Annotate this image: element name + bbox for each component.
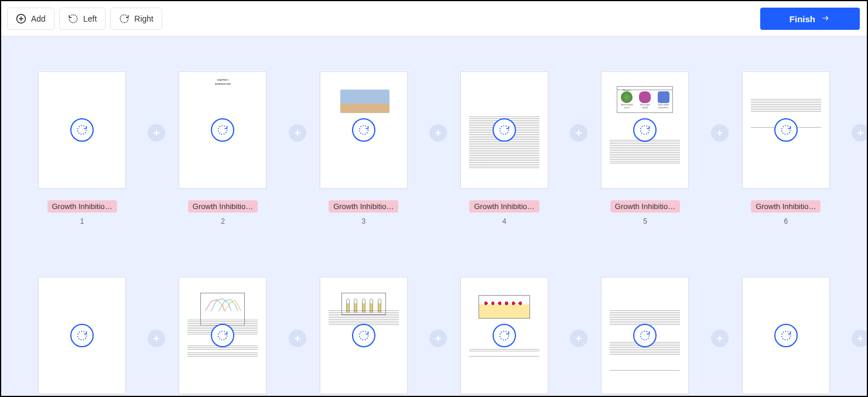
page-slot: Growth Inhibitio… 4	[434, 71, 575, 242]
doc-name-badge: Growth Inhibitio…	[610, 200, 680, 213]
page-slot	[152, 277, 293, 396]
doc-name-badge: Growth Inhibitio…	[188, 200, 258, 213]
page-thumbnail[interactable]	[38, 71, 126, 189]
page-slot: Growth Inhibitio… 3	[293, 71, 434, 242]
page-number: 5	[610, 217, 680, 225]
page-thumbnail[interactable]: CHAPTER 1 INTRODUCTION	[179, 71, 266, 189]
rotate-ccw-icon	[68, 13, 78, 24]
page-thumbnail[interactable]	[320, 71, 408, 189]
page-thumbnail[interactable]	[320, 277, 408, 394]
arrow-right-icon	[820, 14, 831, 24]
page-slot: CHAPTER 1 INTRODUCTION Growth Inhibitio……	[152, 71, 293, 242]
thumbnail-rotate-button[interactable]	[493, 118, 516, 142]
page-caption: Growth Inhibitio… 4	[469, 200, 539, 225]
thumbnail-rotate-button[interactable]	[633, 118, 657, 142]
page-number: 3	[329, 217, 398, 225]
page-number: 2	[188, 217, 258, 225]
thumbnail-rotate-button[interactable]	[70, 118, 94, 142]
page-thumbnail[interactable]	[601, 277, 689, 394]
thumbnail-rotate-button[interactable]	[70, 324, 94, 347]
finish-button[interactable]: Finish	[760, 8, 860, 30]
page-slot	[575, 277, 715, 396]
page-caption: Growth Inhibitio… 1	[47, 200, 117, 225]
pages-grid-row-2	[12, 277, 856, 396]
page-thumbnail[interactable]	[742, 277, 830, 394]
page-caption: Growth Inhibitio… 3	[329, 200, 398, 225]
thumbnail-rotate-button[interactable]	[352, 324, 375, 347]
doc-name-badge: Growth Inhibitio…	[47, 200, 117, 213]
page-thumbnail[interactable]	[38, 277, 126, 394]
page-thumbnail[interactable]: Bacteria Sphere-shaped(cocci) Rod-shaped…	[601, 71, 689, 189]
page-number: 4	[469, 217, 539, 225]
page-slot: Bacteria Sphere-shaped(cocci) Rod-shaped…	[575, 71, 715, 242]
page-thumbnail[interactable]	[179, 277, 266, 394]
doc-name-badge: Growth Inhibitio…	[329, 200, 398, 213]
page-caption: Growth Inhibitio… 6	[751, 200, 821, 225]
thumbnail-rotate-button[interactable]	[211, 324, 234, 347]
thumbnail-rotate-button[interactable]	[493, 324, 516, 347]
rotate-left-button[interactable]: Left	[59, 8, 105, 30]
page-number: 1	[47, 217, 117, 225]
rotate-left-label: Left	[83, 14, 97, 23]
page-slot	[716, 277, 856, 396]
add-button[interactable]: Add	[7, 8, 54, 30]
rotate-right-label: Right	[134, 14, 153, 23]
page-caption: Growth Inhibitio… 2	[188, 200, 258, 225]
toolbar: Add Left Right Finish	[1, 1, 867, 36]
page-thumbnail[interactable]	[460, 277, 548, 394]
page-caption: Growth Inhibitio… 5	[610, 200, 680, 225]
page-slot: Growth Inhibitio… 1	[12, 71, 152, 242]
finish-label: Finish	[790, 14, 815, 24]
rotate-cw-icon	[119, 13, 129, 24]
page-slot: Growth Inhibitio… 6	[716, 71, 856, 242]
page-slot	[12, 277, 152, 396]
page-thumbnail[interactable]	[742, 71, 830, 189]
plus-circle-icon	[16, 13, 26, 24]
thumbnail-rotate-button[interactable]	[211, 118, 234, 142]
insert-page-button[interactable]	[852, 124, 867, 142]
page-slot	[434, 277, 575, 396]
doc-name-badge: Growth Inhibitio…	[751, 200, 821, 213]
thumbnail-rotate-button[interactable]	[774, 324, 798, 347]
page-slot	[293, 277, 434, 396]
doc-name-badge: Growth Inhibitio…	[469, 200, 539, 213]
rotate-right-button[interactable]: Right	[110, 8, 162, 30]
thumbnail-rotate-button[interactable]	[633, 324, 657, 347]
thumbnail-rotate-button[interactable]	[352, 118, 375, 142]
add-label: Add	[31, 14, 46, 23]
page-number: 6	[751, 217, 821, 225]
app-frame: Add Left Right Finish	[0, 0, 868, 397]
thumbnail-rotate-button[interactable]	[774, 118, 798, 142]
pages-grid-row-1: Growth Inhibitio… 1 CHAPTER 1 INTRODUCTI…	[12, 71, 856, 242]
page-thumbnail[interactable]	[460, 71, 548, 189]
content-area: Growth Inhibitio… 1 CHAPTER 1 INTRODUCTI…	[1, 36, 867, 396]
insert-page-button[interactable]	[852, 330, 867, 347]
